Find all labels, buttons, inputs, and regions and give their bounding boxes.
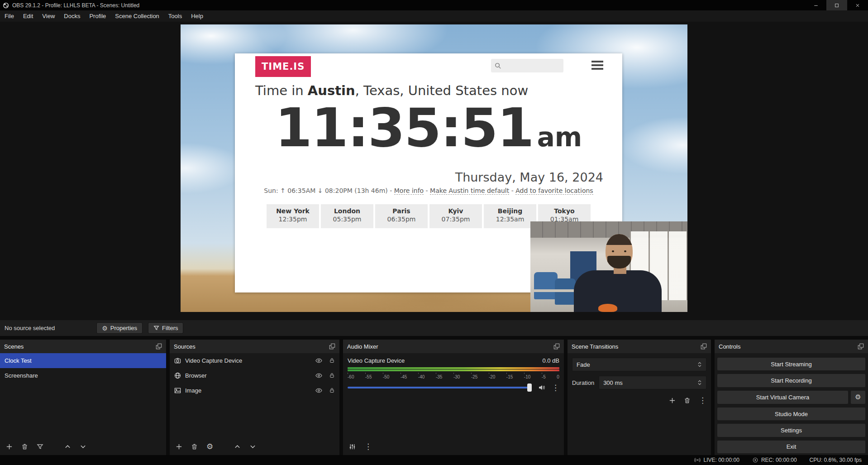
source-row-image[interactable]: Image: [170, 383, 339, 398]
menu-file[interactable]: File: [0, 10, 19, 22]
dock-row: Scenes Clock Test Screenshare: [0, 336, 868, 455]
close-button[interactable]: [847, 0, 868, 10]
more-info-link: More info: [394, 187, 424, 195]
add-source-button[interactable]: [176, 443, 182, 450]
popout-icon[interactable]: [156, 343, 162, 350]
popout-icon[interactable]: [329, 343, 335, 350]
record-icon: [752, 457, 758, 463]
source-toolbar: No source selected ⚙ Properties Filters: [0, 320, 868, 336]
sources-title: Sources: [174, 343, 196, 350]
controls-body: Start Streaming Start Recording Start Vi…: [715, 353, 868, 455]
scene-row-clock-test[interactable]: Clock Test: [0, 353, 166, 368]
webcam-source[interactable]: [530, 221, 687, 312]
move-source-up-button[interactable]: [234, 443, 241, 450]
visibility-eye-icon[interactable]: [315, 372, 322, 379]
audio-volume-value: 0.0 dB: [542, 357, 559, 364]
source-row-browser[interactable]: Browser: [170, 368, 339, 383]
source-row-video-capture[interactable]: Video Capture Device: [170, 353, 339, 368]
person-eye: [624, 250, 626, 252]
scene-transitions-title: Scene Transitions: [572, 343, 618, 350]
duration-label: Duration: [572, 379, 594, 386]
timeis-heading: Time in Austin, Texas, United States now: [255, 83, 528, 98]
audio-mixer-header: Audio Mixer: [343, 340, 564, 353]
source-properties-gear-icon[interactable]: ⚙: [206, 443, 213, 451]
menu-docks[interactable]: Docks: [59, 10, 85, 22]
office-chair: [534, 272, 558, 299]
cpu-fps-status: CPU: 0.6%, 30.00 fps: [810, 457, 862, 463]
remove-scene-button[interactable]: [21, 443, 28, 450]
popout-icon[interactable]: [701, 343, 707, 350]
duration-spinner[interactable]: 300 ms: [599, 376, 706, 389]
filters-button[interactable]: Filters: [148, 322, 183, 334]
hamburger-menu-icon: [591, 61, 603, 72]
spinner-arrows-icon[interactable]: [697, 379, 702, 386]
popout-icon[interactable]: [858, 343, 864, 350]
menu-profile[interactable]: Profile: [85, 10, 110, 22]
favorite-link: Add to favorite locations: [515, 187, 593, 195]
timeis-clock: 11:35:51am: [235, 101, 622, 164]
meter-ticks: [348, 373, 559, 374]
add-scene-button[interactable]: [6, 443, 13, 450]
heading-city: Austin: [308, 83, 355, 98]
menu-tools[interactable]: Tools: [164, 10, 186, 22]
transition-menu-dots-icon[interactable]: ⋮: [699, 397, 706, 404]
remove-transition-button[interactable]: [684, 397, 691, 404]
titlebar: OBS 29.1.2 - Profile: LLHLS BETA - Scene…: [0, 0, 868, 10]
make-default-link: Make Austin time default: [430, 187, 509, 195]
menu-scene-collection[interactable]: Scene Collection: [110, 10, 164, 22]
remove-source-button[interactable]: [191, 443, 198, 450]
city-beijing: Beijing12:35am: [484, 204, 536, 228]
statusbar: LIVE: 00:00:00 REC: 00:00:00 CPU: 0.6%, …: [0, 455, 868, 465]
exit-button[interactable]: Exit: [717, 440, 866, 454]
transition-select[interactable]: Fade: [572, 358, 706, 371]
studio-mode-button[interactable]: Studio Mode: [717, 407, 866, 421]
move-scene-down-button[interactable]: [80, 443, 86, 450]
scene-filters-button[interactable]: [37, 443, 43, 450]
clock-time: 11:35:51: [275, 96, 534, 159]
person-torso: [574, 270, 662, 312]
virtual-camera-config-button[interactable]: ⚙: [850, 390, 866, 404]
lock-icon[interactable]: [329, 357, 335, 364]
start-recording-button[interactable]: Start Recording: [717, 374, 866, 387]
menu-edit[interactable]: Edit: [19, 10, 38, 22]
popout-icon[interactable]: [553, 343, 560, 350]
city-kyiv: Kyiv07:35pm: [429, 204, 482, 228]
menu-help[interactable]: Help: [186, 10, 208, 22]
start-virtual-camera-button[interactable]: Start Virtual Camera: [717, 390, 849, 404]
visibility-eye-icon[interactable]: [315, 357, 322, 364]
lock-icon[interactable]: [329, 372, 335, 379]
separator: -: [388, 187, 394, 194]
menu-view[interactable]: View: [38, 10, 59, 22]
image-icon: [174, 387, 181, 394]
window-controls: [806, 0, 868, 10]
camera-icon: [174, 357, 181, 364]
visibility-eye-icon[interactable]: [315, 387, 322, 394]
preview-canvas[interactable]: TIME.IS Time in Austin, Texas, United St…: [181, 24, 687, 312]
orange-object: [598, 304, 617, 312]
heading-prefix: Time in: [255, 83, 308, 98]
move-scene-up-button[interactable]: [64, 443, 71, 450]
scene-row-screenshare[interactable]: Screenshare: [0, 368, 166, 383]
speaker-icon[interactable]: [538, 384, 545, 391]
mixer-menu-dots-icon[interactable]: ⋮: [364, 443, 372, 451]
maximize-button[interactable]: [826, 0, 847, 10]
person-head: [606, 234, 633, 268]
clock-ampm: am: [537, 122, 582, 153]
advanced-audio-sliders-icon[interactable]: [349, 443, 356, 450]
audio-device-name: Video Capture Device: [348, 357, 405, 364]
start-streaming-button[interactable]: Start Streaming: [717, 357, 866, 371]
city-newyork: New York12:35pm: [267, 204, 319, 228]
chevron-up-down-icon: [697, 361, 702, 368]
lock-icon[interactable]: [329, 387, 335, 394]
move-source-down-button[interactable]: [249, 443, 256, 450]
properties-button[interactable]: ⚙ Properties: [96, 322, 143, 334]
audio-source-menu-icon[interactable]: ⋮: [552, 384, 559, 392]
volume-slider[interactable]: [348, 384, 532, 392]
settings-button[interactable]: Settings: [717, 423, 866, 437]
volume-slider-handle[interactable]: [527, 384, 532, 392]
minimize-button[interactable]: [806, 0, 826, 10]
audio-mixer-body: Video Capture Device 0.0 dB -60-55-50-45…: [343, 353, 564, 455]
separator: -: [509, 187, 515, 194]
add-transition-button[interactable]: [669, 397, 676, 404]
live-status: LIVE: 00:00:00: [694, 457, 739, 463]
